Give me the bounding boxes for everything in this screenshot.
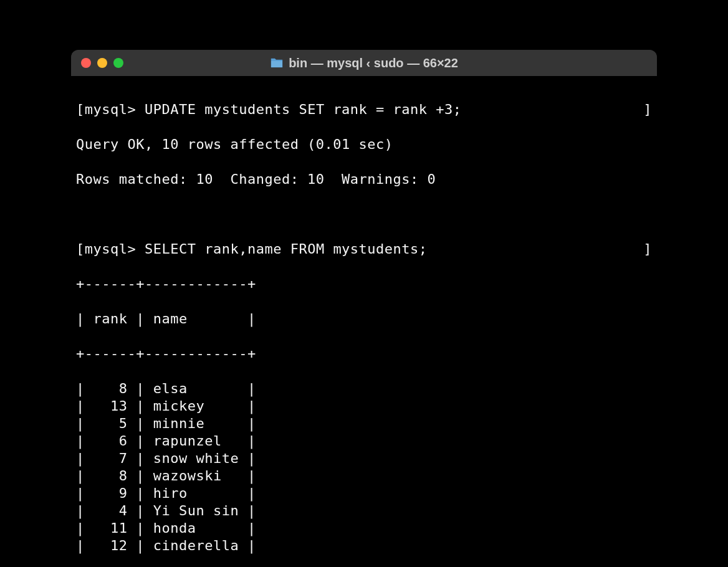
maximize-button[interactable] (113, 58, 123, 68)
table-row: | 7 | snow white | (76, 450, 652, 467)
table-row: | 12 | cinderella | (76, 537, 652, 555)
minimize-button[interactable] (97, 58, 107, 68)
command-line: [mysql> SELECT rank,name FROM mystudents… (76, 241, 652, 258)
table-header: | rank | name | (76, 310, 652, 328)
table-row: | 11 | honda | (76, 520, 652, 537)
terminal-content[interactable]: [mysql> UPDATE mystudents SET rank = ran… (71, 76, 657, 567)
command-line: [mysql> UPDATE mystudents SET rank = ran… (76, 101, 652, 118)
close-button[interactable] (81, 58, 91, 68)
table-row: | 13 | mickey | (76, 398, 652, 415)
titlebar: bin — mysql ‹ sudo — 66×22 (71, 50, 657, 76)
table-row: | 8 | wazowski | (76, 467, 652, 485)
blank-line (76, 206, 652, 223)
table-border: +------+------------+ (76, 275, 652, 293)
table-row: | 6 | rapunzel | (76, 432, 652, 450)
table-row: | 9 | hiro | (76, 485, 652, 502)
traffic-lights (81, 58, 123, 68)
table-row: | 5 | minnie | (76, 415, 652, 432)
window-title: bin — mysql ‹ sudo — 66×22 (81, 56, 647, 70)
output-line: Rows matched: 10 Changed: 10 Warnings: 0 (76, 171, 652, 188)
output-line: Query OK, 10 rows affected (0.01 sec) (76, 136, 652, 153)
table-row: | 8 | elsa | (76, 380, 652, 398)
table-row: | 4 | Yi Sun sin | (76, 502, 652, 520)
table-border: +------+------------+ (76, 345, 652, 363)
folder-icon (270, 57, 284, 69)
terminal-window: bin — mysql ‹ sudo — 66×22 [mysql> UPDAT… (71, 50, 657, 567)
window-title-text: bin — mysql ‹ sudo — 66×22 (289, 56, 458, 70)
